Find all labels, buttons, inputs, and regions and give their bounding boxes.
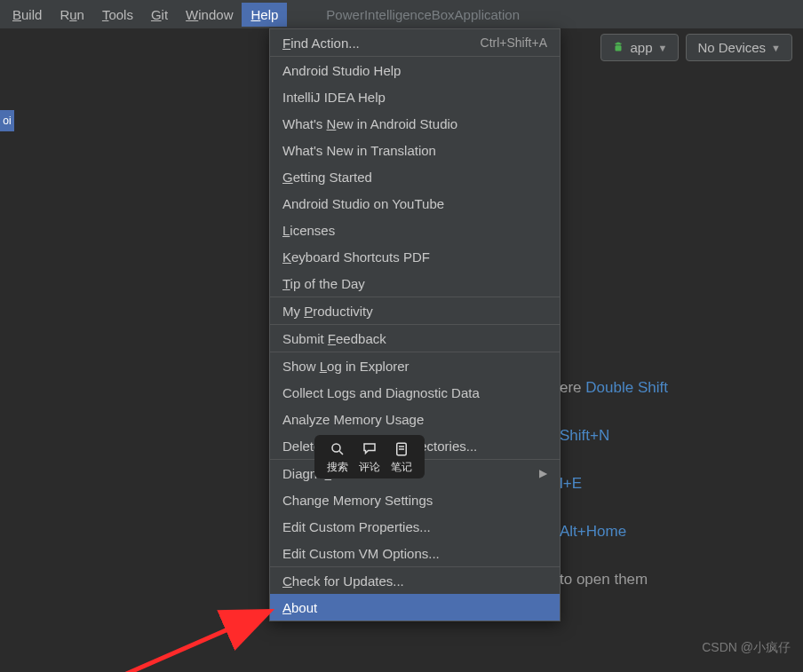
help-menu-item[interactable]: Edit Custom Properties... [270, 513, 560, 540]
welcome-hints: ere Double ShiftShift+Nl+EAlt+Hometo ope… [560, 364, 668, 604]
menu-item-label: Show Log in Explorer [282, 359, 409, 374]
chevron-down-icon: ▼ [771, 43, 781, 53]
menu-item-label: Android Studio Help [282, 63, 401, 78]
annotation-arrow [124, 604, 284, 672]
menu-item-label: What's New in Translation [282, 143, 436, 158]
floating-toolbar: 搜索评论笔记 [314, 435, 425, 478]
menu-item-label: Getting Started [282, 170, 372, 185]
help-menu-item[interactable]: Keyboard Shortcuts PDF [270, 243, 560, 270]
floater-label: 笔记 [391, 460, 412, 475]
help-menu-item[interactable]: Analyze Memory Usage [270, 406, 560, 432]
menu-run[interactable]: Run [51, 3, 93, 27]
floater-comment[interactable]: 评论 [359, 440, 380, 475]
floater-label: 评论 [359, 460, 380, 475]
chevron-down-icon: ▼ [658, 43, 668, 53]
help-menu-item[interactable]: Change Memory Settings [270, 486, 560, 513]
app-selector-label: app [630, 40, 652, 55]
help-menu-item[interactable]: Tip of the Day [270, 270, 560, 296]
svg-line-1 [339, 451, 343, 455]
welcome-hint-line: to open them [560, 556, 668, 604]
menu-shortcut: Ctrl+Shift+A [481, 36, 547, 50]
floater-label: 搜索 [327, 460, 348, 475]
help-menu-item[interactable]: Show Log in Explorer [270, 352, 560, 379]
help-menu-item[interactable]: Getting Started [270, 163, 560, 190]
menu-build[interactable]: Build [4, 3, 51, 27]
floater-search[interactable]: 搜索 [327, 440, 348, 475]
help-menu-item[interactable]: Submit Feedback [270, 325, 560, 352]
keyboard-shortcut: Double Shift [585, 379, 668, 396]
menu-item-label: Android Studio on YouTube [282, 196, 444, 211]
device-selector-label: No Devices [697, 40, 766, 55]
menu-item-label: What's New in Android Studio [282, 116, 457, 131]
menu-item-label: Licenses [282, 223, 335, 238]
help-menu-item[interactable]: Edit Custom VM Options... [270, 540, 560, 566]
keyboard-shortcut: Shift+N [560, 427, 609, 444]
menu-item-label: Keyboard Shortcuts PDF [282, 249, 430, 265]
menu-item-label: Edit Custom VM Options... [282, 546, 440, 561]
menu-window[interactable]: Window [177, 3, 242, 27]
menu-item-label: IntelliJ IDEA Help [282, 90, 386, 105]
svg-point-0 [332, 444, 340, 452]
menu-item-label: About [282, 600, 317, 615]
app-selector[interactable]: app ▼ [600, 34, 679, 61]
welcome-hint-line: Shift+N [560, 412, 668, 460]
help-menu: Find Action...Ctrl+Shift+AAndroid Studio… [269, 28, 561, 621]
app-title: PowerIntelligenceBoxApplication [326, 7, 520, 22]
menu-item-label: Find Action... [282, 36, 360, 51]
menu-item-label: Edit Custom Properties... [282, 519, 431, 534]
comment-icon [361, 440, 378, 458]
floater-note[interactable]: 笔记 [391, 440, 412, 475]
menu-item-label: My Productivity [282, 304, 373, 319]
help-menu-item[interactable]: IntelliJ IDEA Help [270, 83, 560, 110]
keyboard-shortcut: l+E [560, 475, 582, 492]
help-menu-item[interactable]: Android Studio on YouTube [270, 190, 560, 217]
android-icon [612, 42, 624, 54]
help-menu-item[interactable]: Android Studio Help [270, 57, 560, 83]
welcome-hint-line: l+E [560, 460, 668, 508]
help-menu-item[interactable]: My Productivity [270, 297, 560, 324]
toolbar-right: app ▼ No Devices ▼ [600, 34, 792, 61]
help-menu-item[interactable]: Licenses [270, 217, 560, 243]
menu-item-label: Tip of the Day [282, 276, 365, 291]
note-icon [393, 440, 410, 458]
welcome-hint-line: Alt+Home [560, 508, 668, 556]
device-selector[interactable]: No Devices ▼ [686, 34, 792, 61]
help-menu-item[interactable]: What's New in Android Studio [270, 110, 560, 137]
help-menu-item[interactable]: Check for Updates... [270, 567, 560, 594]
help-menu-item[interactable]: About [270, 594, 560, 621]
menu-tools[interactable]: Tools [93, 3, 142, 27]
menubar: Build Run Tools Git Window Help PowerInt… [0, 0, 803, 28]
svg-line-5 [124, 613, 266, 672]
chevron-right-icon: ▶ [539, 467, 547, 479]
menu-item-label: Submit Feedback [282, 331, 386, 346]
menu-item-label: Collect Logs and Diagnostic Data [282, 385, 480, 400]
help-menu-item[interactable]: Collect Logs and Diagnostic Data [270, 379, 560, 406]
menu-help[interactable]: Help [242, 3, 287, 27]
menu-item-label: Change Memory Settings [282, 493, 433, 508]
sidebar-tab[interactable]: oi [0, 110, 14, 131]
keyboard-shortcut: Alt+Home [560, 523, 626, 540]
watermark: CSDN @小疯仔 [702, 640, 791, 656]
help-menu-item[interactable]: Find Action...Ctrl+Shift+A [270, 29, 560, 56]
help-menu-item[interactable]: What's New in Translation [270, 137, 560, 163]
menu-item-label: Check for Updates... [282, 573, 404, 589]
menu-item-label: Analyze Memory Usage [282, 412, 424, 427]
search-icon [329, 440, 346, 458]
menu-git[interactable]: Git [142, 3, 177, 27]
welcome-hint-line: ere Double Shift [560, 364, 668, 412]
